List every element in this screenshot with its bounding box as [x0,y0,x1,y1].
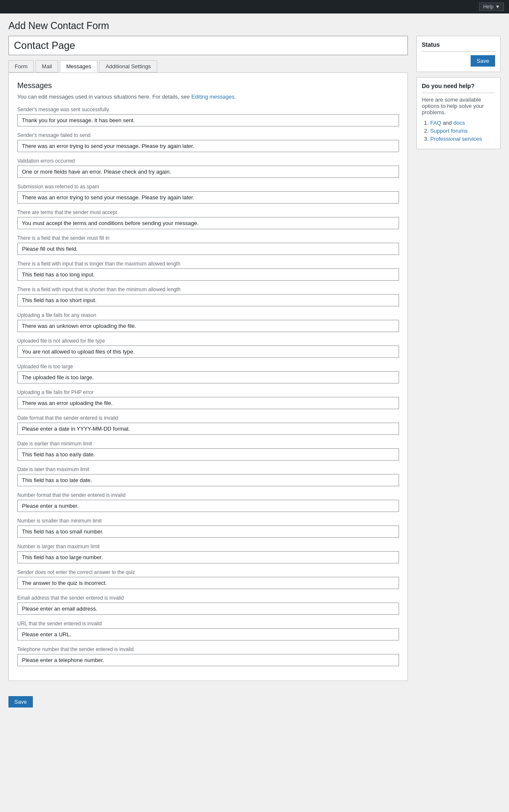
field-label-6: There is a field with input that is long… [17,261,399,267]
support-forums-link[interactable]: Support forums [430,128,468,134]
top-bar: Help ▼ [0,0,509,13]
tab-mail[interactable]: Mail [35,60,58,72]
field-label-7: There is a field with input that is shor… [17,287,399,292]
help-link-item-professional: Professional services [430,136,495,142]
save-button-bottom[interactable]: Save [8,696,33,707]
field-input-14[interactable] [17,474,399,486]
tab-additional-settings[interactable]: Additional Settings [99,60,157,72]
field-group-15: Number format that the sender entered is… [17,492,399,512]
field-label-8: Uploading a file fails for any reason [17,312,399,318]
field-input-1[interactable] [17,140,399,152]
field-group-19: Email address that the sender entered is… [17,595,399,615]
field-input-7[interactable] [17,294,399,306]
help-links-list: FAQ and docs Support forums Professional… [422,120,495,142]
right-column: Status Save Do you need help? Here are s… [416,36,501,149]
field-label-17: Number is larger than maximum limit [17,544,399,549]
help-box-desc: Here are some available options to help … [422,96,495,115]
field-label-1: Sender's message failed to send [17,132,399,138]
help-box: Do you need help? Here are some availabl… [416,77,501,149]
field-input-6[interactable] [17,268,399,281]
field-input-0[interactable] [17,114,399,126]
professional-services-link[interactable]: Professional services [430,136,482,142]
status-box: Status Save [416,36,501,72]
field-label-14: Date is later than maximum limit [17,466,399,472]
field-input-5[interactable] [17,243,399,255]
field-label-15: Number format that the sender entered is… [17,492,399,498]
field-input-3[interactable] [17,191,399,204]
field-label-10: Uploaded file is too large [17,364,399,370]
field-label-11: Uploading a file fails for PHP error [17,389,399,395]
tabs-row: Form Mail Messages Additional Settings [8,60,408,72]
field-group-18: Sender does not enter the correct answer… [17,569,399,589]
field-input-13[interactable] [17,448,399,461]
field-label-4: There are terms that the sender must acc… [17,209,399,215]
status-title: Status [422,41,495,52]
field-group-5: There is a field that the sender must fi… [17,235,399,255]
field-input-9[interactable] [17,346,399,358]
help-arrow: ▼ [495,4,500,10]
field-input-11[interactable] [17,397,399,409]
editing-messages-link[interactable]: Editing messages [191,94,235,100]
docs-link[interactable]: docs [453,120,465,126]
tab-form[interactable]: Form [8,60,34,72]
help-link-item-forums: Support forums [430,128,495,134]
field-input-15[interactable] [17,500,399,512]
field-group-6: There is a field with input that is long… [17,261,399,281]
help-link-item-faq: FAQ and docs [430,120,495,126]
field-label-13: Date is earlier than minimum limit [17,441,399,447]
tab-messages[interactable]: Messages [60,60,97,72]
field-label-18: Sender does not enter the correct answer… [17,569,399,575]
faq-link[interactable]: FAQ [430,120,441,126]
left-column: Form Mail Messages Additional Settings M… [8,36,408,681]
page-title: Add New Contact Form [0,13,509,36]
field-input-19[interactable] [17,603,399,615]
field-input-20[interactable] [17,628,399,640]
field-group-10: Uploaded file is too large [17,364,399,383]
field-input-12[interactable] [17,423,399,435]
field-group-21: Telephone number that the sender entered… [17,646,399,666]
field-group-13: Date is earlier than minimum limit [17,441,399,461]
field-label-21: Telephone number that the sender entered… [17,646,399,652]
field-group-3: Submission was referred to as spam [17,184,399,204]
field-label-9: Uploaded file is not allowed for file ty… [17,338,399,344]
field-label-5: There is a field that the sender must fi… [17,235,399,241]
field-input-2[interactable] [17,166,399,178]
field-group-2: Validation errors occurred [17,158,399,178]
field-label-12: Date format that the sender entered is i… [17,415,399,421]
field-group-14: Date is later than maximum limit [17,466,399,486]
field-input-21[interactable] [17,654,399,666]
field-input-10[interactable] [17,371,399,383]
field-group-12: Date format that the sender entered is i… [17,415,399,435]
field-group-8: Uploading a file fails for any reason [17,312,399,332]
help-button[interactable]: Help ▼ [479,3,504,11]
field-input-4[interactable] [17,217,399,229]
field-input-18[interactable] [17,577,399,589]
field-label-2: Validation errors occurred [17,158,399,164]
field-group-1: Sender's message failed to send [17,132,399,152]
field-label-16: Number is smaller than minimum limit [17,518,399,524]
bottom-save-bar: Save [0,689,509,714]
help-label: Help [483,4,493,10]
field-input-16[interactable] [17,525,399,538]
fields-container: Sender's message was sent successfullySe… [17,107,399,666]
field-label-20: URL that the sender entered is invalid [17,621,399,627]
field-group-0: Sender's message was sent successfully [17,107,399,126]
form-title-input[interactable] [8,36,408,55]
field-input-8[interactable] [17,320,399,332]
field-group-17: Number is larger than maximum limit [17,544,399,563]
field-label-19: Email address that the sender entered is… [17,595,399,601]
messages-panel: Messages You can edit messages used in v… [8,72,408,681]
save-button-sidebar[interactable]: Save [471,55,495,67]
field-input-17[interactable] [17,551,399,563]
field-group-11: Uploading a file fails for PHP error [17,389,399,409]
panel-title: Messages [17,81,399,90]
field-group-4: There are terms that the sender must acc… [17,209,399,229]
help-box-title: Do you need help? [422,83,495,93]
field-group-16: Number is smaller than minimum limit [17,518,399,538]
field-group-20: URL that the sender entered is invalid [17,621,399,640]
field-group-7: There is a field with input that is shor… [17,287,399,306]
field-label-3: Submission was referred to as spam [17,184,399,190]
panel-description: You can edit messages used in various si… [17,94,399,100]
field-label-0: Sender's message was sent successfully [17,107,399,113]
field-group-9: Uploaded file is not allowed for file ty… [17,338,399,358]
